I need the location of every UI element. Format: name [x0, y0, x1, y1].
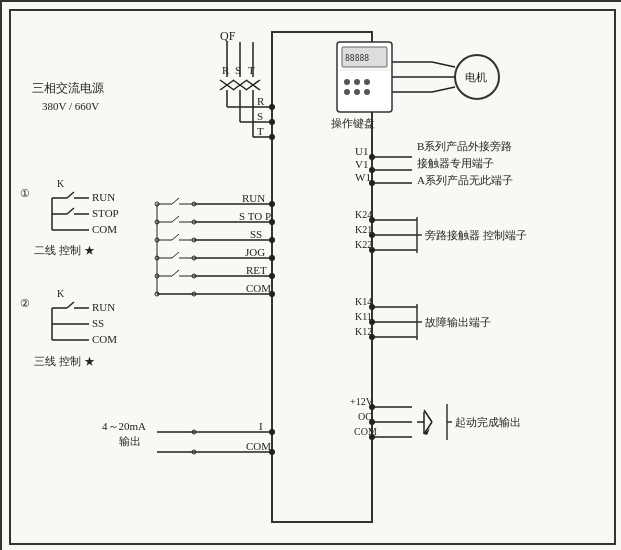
svg-text:RUN: RUN — [92, 301, 115, 313]
svg-text:K11: K11 — [355, 311, 372, 322]
svg-text:T: T — [257, 125, 264, 137]
svg-text:K: K — [57, 178, 65, 189]
svg-text:V1: V1 — [355, 158, 368, 170]
svg-text:起动完成输出: 起动完成输出 — [455, 416, 521, 428]
svg-text:+12V: +12V — [350, 396, 374, 407]
svg-text:旁路接触器 控制端子: 旁路接触器 控制端子 — [425, 229, 527, 241]
svg-text:K24: K24 — [355, 209, 372, 220]
svg-point-117 — [269, 237, 275, 243]
svg-text:COM: COM — [354, 426, 377, 437]
svg-text:接触器专用端子: 接触器专用端子 — [417, 157, 494, 169]
qf-label: QF — [220, 29, 236, 43]
svg-text:U1: U1 — [355, 145, 368, 157]
svg-text:故障输出端子: 故障输出端子 — [425, 316, 491, 328]
svg-point-119 — [269, 273, 275, 279]
svg-text:S TO P: S TO P — [239, 210, 271, 222]
diagram-container: QF R S T R S T U V W 电机 — [0, 0, 621, 550]
svg-text:OC: OC — [358, 411, 372, 422]
svg-text:W1: W1 — [355, 171, 371, 183]
svg-text:S: S — [235, 64, 241, 76]
svg-text:K22: K22 — [355, 239, 372, 250]
svg-text:SS: SS — [92, 317, 104, 329]
svg-text:COM: COM — [92, 333, 117, 345]
svg-text:COM: COM — [246, 440, 271, 452]
svg-point-45 — [344, 79, 350, 85]
svg-text:RET: RET — [246, 264, 267, 276]
svg-text:①: ① — [20, 187, 30, 199]
svg-text:操作键盘: 操作键盘 — [331, 117, 375, 129]
svg-point-47 — [364, 79, 370, 85]
svg-point-25 — [269, 134, 275, 140]
svg-text:R: R — [257, 95, 265, 107]
svg-point-49 — [354, 89, 360, 95]
svg-text:4～20mA: 4～20mA — [102, 420, 146, 432]
svg-text:K21: K21 — [355, 224, 372, 235]
svg-text:COM: COM — [246, 282, 271, 294]
svg-point-118 — [269, 255, 275, 261]
svg-point-115 — [269, 201, 275, 207]
svg-text:380V / 660V: 380V / 660V — [42, 100, 99, 112]
svg-text:I: I — [259, 420, 263, 432]
svg-point-186 — [269, 429, 275, 435]
svg-text:三相交流电源: 三相交流电源 — [32, 81, 104, 95]
svg-text:K12: K12 — [355, 326, 372, 337]
svg-text:STOP: STOP — [92, 207, 119, 219]
svg-text:R: R — [222, 64, 230, 76]
svg-text:COM: COM — [92, 223, 117, 235]
svg-text:二线 控制 ★: 二线 控制 ★ — [34, 244, 95, 256]
svg-text:SS: SS — [250, 228, 262, 240]
svg-text:JOG: JOG — [245, 246, 265, 258]
svg-text:K14: K14 — [355, 296, 372, 307]
svg-text:三线 控制 ★: 三线 控制 ★ — [34, 355, 95, 367]
svg-text:②: ② — [20, 297, 30, 309]
svg-text:RUN: RUN — [242, 192, 265, 204]
svg-text:88888: 88888 — [345, 54, 369, 63]
svg-point-50 — [364, 89, 370, 95]
svg-text:电机: 电机 — [465, 71, 487, 83]
svg-text:S: S — [257, 110, 263, 122]
circuit-diagram: QF R S T R S T U V W 电机 — [2, 2, 621, 550]
svg-text:RUN: RUN — [92, 191, 115, 203]
svg-point-48 — [344, 89, 350, 95]
svg-text:输出: 输出 — [119, 435, 141, 447]
svg-text:A系列产品无此端子: A系列产品无此端子 — [417, 174, 513, 186]
svg-point-23 — [269, 104, 275, 110]
svg-point-46 — [354, 79, 360, 85]
svg-text:B系列产品外接旁路: B系列产品外接旁路 — [417, 140, 512, 152]
svg-text:T: T — [248, 64, 255, 76]
svg-text:K: K — [57, 288, 65, 299]
svg-point-24 — [269, 119, 275, 125]
